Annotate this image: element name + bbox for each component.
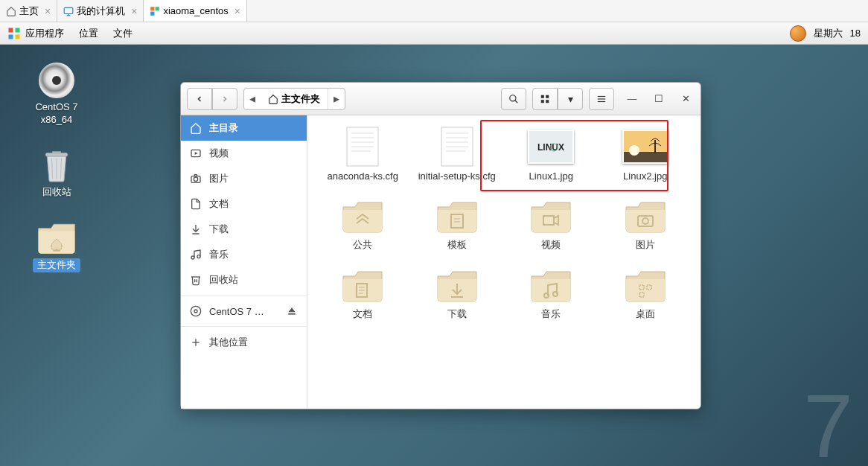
tab-label: 主页 [19, 4, 39, 18]
music-icon [190, 249, 202, 261]
svg-point-28 [194, 310, 197, 313]
desktop-home-folder[interactable]: 主文件夹 [30, 217, 83, 275]
monitor-icon [63, 6, 74, 16]
sidebar-item-label: 其他位置 [209, 336, 248, 349]
svg-marker-29 [288, 307, 295, 312]
tab-label: 我的计算机 [77, 4, 125, 18]
tab-mycomputer[interactable]: 我的计算机 × [57, 0, 144, 22]
close-icon[interactable]: × [131, 5, 137, 17]
sidebar-item-other[interactable]: 其他位置 [181, 330, 307, 355]
home-icon [190, 122, 202, 134]
file-label: 公共 [353, 239, 372, 251]
nav-forward-button[interactable] [212, 88, 237, 110]
svg-rect-14 [541, 95, 544, 98]
search-icon [508, 94, 519, 104]
svg-rect-6 [9, 34, 13, 39]
svg-rect-4 [9, 28, 13, 32]
vm-icon [150, 6, 160, 16]
menu-places[interactable]: 位置 [79, 27, 98, 40]
folder-icon [435, 266, 479, 303]
svg-rect-0 [64, 7, 73, 13]
sidebar-item-trash[interactable]: 回收站 [181, 267, 307, 293]
file-label: 音乐 [541, 308, 561, 320]
maximize-button[interactable]: ☐ [650, 90, 668, 108]
path-next[interactable]: ▸ [328, 92, 345, 106]
close-icon[interactable]: × [45, 5, 51, 17]
path-home-segment[interactable]: 主文件夹 [261, 89, 328, 109]
folder-documents[interactable]: 文档 [322, 265, 403, 320]
hamburger-menu-button[interactable] [589, 88, 614, 110]
video-icon [190, 147, 202, 159]
view-dropdown-button[interactable]: ▾ [558, 88, 583, 110]
file-label: 桌面 [636, 308, 655, 320]
svg-marker-22 [195, 152, 198, 155]
svg-line-13 [515, 100, 518, 103]
svg-rect-2 [156, 7, 159, 10]
close-button[interactable]: ✕ [677, 90, 695, 108]
sidebar-item-music[interactable]: 音乐 [181, 242, 307, 267]
sidebar-item-disc[interactable]: CentOS 7 … [181, 299, 307, 323]
trash-icon [190, 274, 202, 286]
folder-music[interactable]: 音乐 [511, 265, 592, 320]
svg-point-26 [197, 255, 200, 258]
file-label: 图片 [636, 239, 655, 251]
folder-icon [340, 197, 385, 234]
file-anaconda-ks[interactable]: anaconda-ks.cfg [322, 127, 403, 182]
desktop-disc[interactable]: CentOS 7x86_64 [32, 60, 80, 130]
menu-files[interactable]: 文件 [113, 27, 133, 40]
eject-icon[interactable] [286, 305, 298, 317]
file-label: anaconda-ks.cfg [328, 170, 398, 182]
folder-pictures[interactable]: 图片 [605, 196, 686, 251]
trash-icon [40, 147, 73, 183]
folder-downloads[interactable]: 下载 [417, 265, 498, 320]
text-file-icon [438, 126, 476, 167]
desktop[interactable]: 7 CentOS 7x86_64 回收站 主文件夹 [0, 45, 868, 466]
sidebar-item-videos[interactable]: 视频 [181, 141, 307, 166]
file-label: 下载 [447, 308, 467, 320]
home-folder-label: 主文件夹 [33, 258, 80, 272]
sidebar-item-home[interactable]: 主目录 [181, 115, 307, 141]
app-tab-bar: 主页 × 我的计算机 × xiaoma_centos × [0, 0, 868, 22]
folder-videos[interactable]: 视频 [511, 196, 592, 251]
sidebar-item-documents[interactable]: 文档 [181, 191, 307, 217]
sidebar-item-downloads[interactable]: 下载 [181, 217, 307, 242]
svg-rect-17 [546, 100, 549, 103]
menu-applications[interactable]: 应用程序 [25, 27, 64, 40]
sidebar-item-label: 文档 [209, 197, 229, 211]
sidebar-item-label: 下载 [209, 223, 229, 236]
clock-icon[interactable] [790, 25, 806, 42]
folder-icon [340, 266, 385, 303]
svg-rect-5 [16, 28, 20, 32]
search-button[interactable] [501, 88, 526, 110]
apps-icon [7, 27, 21, 40]
path-prev[interactable]: ◂ [244, 92, 261, 106]
folder-templates[interactable]: 模板 [417, 196, 498, 251]
sidebar-item-label: 回收站 [209, 273, 238, 287]
hamburger-icon [596, 94, 607, 104]
tab-vm-xiaoma[interactable]: xiaoma_centos × [144, 0, 247, 22]
minimize-button[interactable]: — [623, 90, 641, 108]
document-icon [190, 198, 202, 210]
sidebar-item-label: CentOS 7 … [209, 306, 264, 317]
tab-home[interactable]: 主页 × [0, 0, 57, 22]
centos-watermark: 7 [803, 374, 853, 466]
folder-public[interactable]: 公共 [322, 196, 403, 251]
close-icon[interactable]: × [234, 5, 240, 17]
nav-back-button[interactable] [187, 88, 212, 110]
folder-desktop[interactable]: 桌面 [605, 265, 686, 320]
svg-point-27 [191, 306, 200, 316]
camera-icon [190, 173, 202, 185]
desktop-trash[interactable]: 回收站 [37, 144, 76, 202]
file-grid-area[interactable]: anaconda-ks.cfg initial-setup-ks.cfg LIN… [307, 115, 701, 409]
view-icons-button[interactable] [532, 88, 558, 110]
svg-rect-16 [541, 100, 544, 103]
path-label: 主文件夹 [281, 92, 320, 106]
tab-label: xiaoma_centos [163, 5, 228, 16]
svg-rect-1 [151, 7, 155, 10]
disc-label: CentOS 7x86_64 [35, 101, 77, 127]
plus-icon [190, 336, 202, 348]
folder-icon [529, 266, 573, 303]
svg-rect-8 [45, 153, 67, 156]
sidebar-item-pictures[interactable]: 图片 [181, 166, 307, 191]
svg-rect-30 [288, 313, 295, 315]
